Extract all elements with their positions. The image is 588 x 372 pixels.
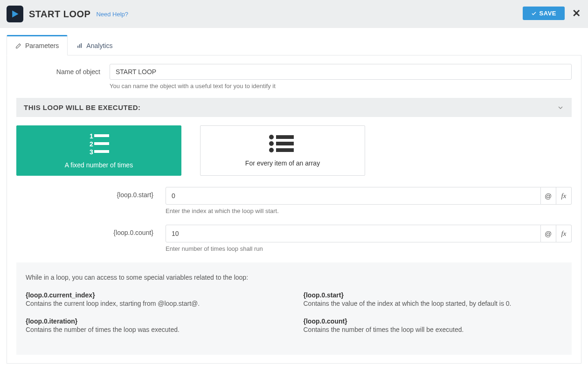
svg-point-14 [269, 148, 274, 152]
svg-rect-1 [78, 46, 79, 48]
loop-count-label: {loop.0.count} [16, 225, 166, 236]
edit-icon [15, 42, 22, 49]
var-iteration-name: {loop.0.iteration} [26, 317, 285, 325]
tab-parameters[interactable]: Parameters [7, 35, 68, 55]
svg-rect-7 [94, 142, 109, 145]
chevron-down-icon [557, 104, 564, 111]
var-count-name: {loop.0.count} [304, 317, 563, 325]
page-title: START LOOP [29, 9, 90, 20]
svg-rect-5 [94, 134, 109, 137]
var-current-index-desc: Contains the current loop index, startin… [26, 300, 285, 307]
fx-button[interactable]: fx [556, 187, 572, 205]
var-iteration-desc: Contains the number of times the loop wa… [26, 326, 285, 333]
mode-array-card[interactable]: For every item of an array [200, 125, 365, 176]
save-button[interactable]: SAVE [523, 7, 565, 20]
at-button[interactable]: @ [541, 187, 556, 205]
loop-count-input[interactable] [166, 225, 541, 242]
svg-marker-0 [12, 11, 18, 18]
svg-point-10 [269, 135, 274, 139]
close-icon[interactable]: ✕ [572, 7, 581, 20]
numbered-list-icon: 1 2 3 [85, 132, 113, 155]
check-icon [531, 11, 537, 16]
svg-rect-13 [276, 142, 294, 145]
bar-chart-icon [76, 42, 83, 49]
app-icon [7, 6, 23, 22]
object-name-input[interactable] [110, 64, 572, 80]
fx-button[interactable]: fx [556, 225, 572, 242]
var-count-desc: Contains the number of times the loop wi… [304, 326, 563, 333]
loop-start-hint: Enter the index at which the loop will s… [166, 207, 572, 214]
loop-start-input[interactable] [166, 187, 541, 205]
svg-rect-3 [81, 43, 82, 48]
var-start-desc: Contains the value of the index at which… [304, 300, 563, 307]
mode-fixed-label: A fixed number of times [65, 161, 133, 169]
svg-rect-11 [276, 135, 294, 139]
section-title: THIS LOOP WILL BE EXECUTED: [24, 103, 140, 111]
var-start-name: {loop.0.start} [304, 291, 563, 299]
svg-text:3: 3 [90, 148, 93, 155]
tab-analytics[interactable]: Analytics [68, 35, 121, 55]
object-name-hint: You can name the object with a useful te… [110, 83, 572, 90]
loop-count-hint: Enter number of times loop shall run [166, 245, 572, 252]
svg-rect-2 [79, 44, 80, 48]
svg-text:2: 2 [90, 140, 93, 148]
mode-fixed-card[interactable]: 1 2 3 A fixed number of times [16, 125, 181, 176]
info-intro: While in a loop, you can access to some … [26, 274, 562, 281]
loop-start-label: {loop.0.start} [16, 187, 166, 199]
mode-array-label: For every item of an array [245, 159, 320, 167]
tab-parameters-label: Parameters [25, 42, 59, 49]
svg-text:1: 1 [90, 132, 93, 140]
tab-analytics-label: Analytics [86, 42, 112, 49]
info-box: While in a loop, you can access to some … [16, 262, 572, 355]
save-button-label: SAVE [540, 10, 556, 17]
bullet-list-icon [268, 134, 297, 153]
name-label: Name of object [16, 64, 110, 76]
section-header[interactable]: THIS LOOP WILL BE EXECUTED: [16, 98, 572, 117]
svg-rect-15 [276, 148, 294, 152]
svg-rect-9 [94, 150, 109, 153]
at-button[interactable]: @ [541, 225, 556, 242]
var-current-index-name: {loop.0.current_index} [26, 291, 285, 299]
svg-point-12 [269, 141, 274, 146]
need-help-link[interactable]: Need Help? [96, 11, 128, 18]
